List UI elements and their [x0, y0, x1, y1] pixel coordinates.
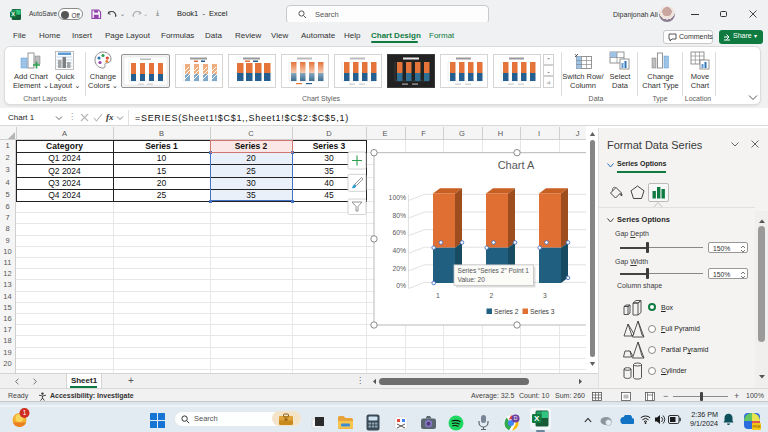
svg-text:100%: 100%: [389, 194, 406, 201]
svg-text:Series “Series 2” Point 1: Series “Series 2” Point 1: [458, 267, 530, 274]
svg-text:20%: 20%: [392, 265, 406, 272]
svg-text:2: 2: [490, 292, 494, 299]
svg-text:60%: 60%: [392, 229, 406, 236]
svg-text:D: D: [514, 415, 518, 421]
svg-text:PRE: PRE: [752, 424, 761, 429]
svg-text:1: 1: [23, 409, 27, 416]
svg-text:0%: 0%: [396, 282, 406, 289]
svg-text:Value: 20: Value: 20: [458, 276, 486, 283]
svg-text:80%: 80%: [392, 212, 406, 219]
svg-text:Series 2: Series 2: [494, 308, 519, 315]
svg-text:X: X: [534, 414, 540, 423]
svg-text:40%: 40%: [392, 247, 406, 254]
svg-text:Chart A: Chart A: [498, 159, 535, 171]
svg-text:3: 3: [543, 292, 547, 299]
svg-text:1: 1: [436, 292, 440, 299]
svg-text:Series 3: Series 3: [530, 308, 555, 315]
